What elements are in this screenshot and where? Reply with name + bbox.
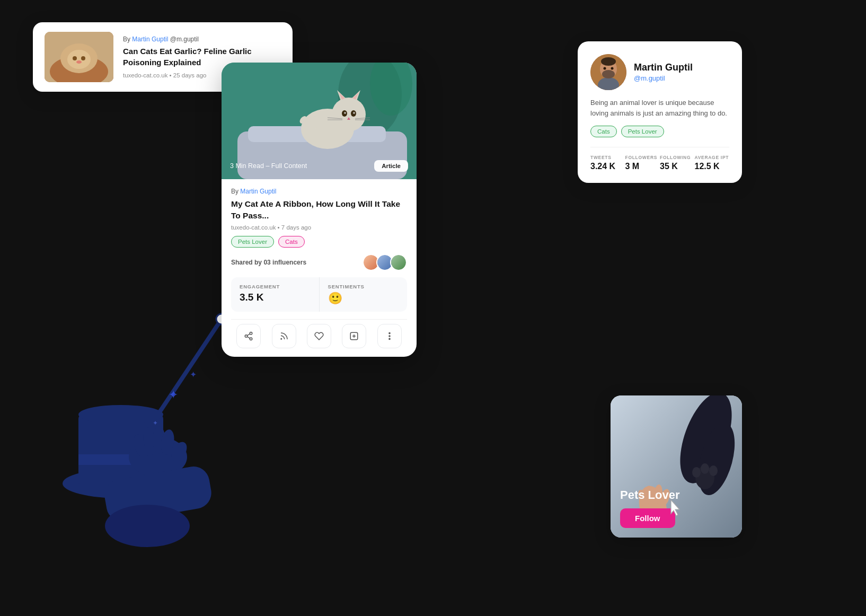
profile-card: Martin Guptil @m.guptil Being an animal …	[578, 41, 742, 183]
svg-point-22	[344, 112, 346, 114]
tag-cats[interactable]: Cats	[278, 236, 305, 248]
cursor-icon	[667, 499, 684, 522]
svg-point-36	[281, 339, 282, 340]
profile-avg-ipt: AVERAGE IPT 12.5 K	[695, 155, 730, 171]
svg-point-74	[131, 432, 152, 460]
followers-value: 3 M	[625, 162, 660, 171]
main-author-link[interactable]: Martin Guptil	[240, 188, 276, 195]
shared-text: Shared by 03 influencers	[231, 259, 306, 266]
profile-tag-pets[interactable]: Pets Lover	[621, 126, 664, 137]
avg-ipt-label: AVERAGE IPT	[695, 155, 730, 160]
svg-point-7	[81, 56, 85, 60]
svg-point-5	[67, 50, 91, 69]
svg-point-38	[388, 332, 391, 335]
svg-point-76	[153, 426, 165, 454]
svg-point-53	[692, 467, 701, 478]
svg-line-64	[116, 319, 222, 478]
influencer-avatars	[363, 254, 407, 271]
profile-tags: Cats Pets Lover	[590, 126, 729, 137]
article-card-main: 3 Min Read – Full Content Article By Mar…	[222, 63, 417, 357]
profile-tweets: TWEETS 3.24 K	[590, 155, 625, 171]
more-button[interactable]	[377, 324, 402, 348]
engagement-value: 3.5 K	[240, 292, 311, 303]
rss-button[interactable]	[272, 324, 296, 348]
svg-point-6	[73, 56, 77, 60]
svg-point-75	[142, 426, 159, 455]
tweets-label: TWEETS	[590, 155, 625, 160]
sentiments-stat: SENTIMENTS 🙂	[319, 277, 408, 312]
svg-point-54	[709, 465, 718, 476]
main-article-byline: By Martin Guptil	[231, 188, 407, 195]
svg-point-39	[388, 336, 391, 338]
main-article-meta: tuxedo-cat.co.uk • 7 days ago	[231, 224, 407, 231]
svg-point-78	[169, 439, 190, 464]
author-link[interactable]: Martin Guptil	[132, 36, 168, 43]
engagement-label: ENGAGEMENT	[240, 284, 311, 289]
profile-name-block: Martin Guptil @m.guptil	[634, 62, 693, 82]
avatar-3	[390, 254, 407, 271]
svg-point-80	[105, 505, 190, 547]
tweets-value: 3.24 K	[590, 162, 625, 171]
svg-point-47	[611, 67, 614, 70]
influencers-row: Shared by 03 influencers	[231, 254, 407, 271]
avg-ipt-value: 12.5 K	[695, 162, 730, 171]
save-button[interactable]	[342, 324, 366, 348]
profile-followers: FOLLOWERS 3 M	[625, 155, 660, 171]
sentiments-label: SENTIMENTS	[328, 284, 399, 289]
engagement-stat: ENGAGEMENT 3.5 K	[231, 277, 319, 312]
svg-line-35	[248, 334, 250, 336]
svg-line-34	[248, 337, 250, 339]
like-button[interactable]	[307, 324, 331, 348]
main-article-title: My Cat Ate A Ribbon, How Long Will It Ta…	[231, 198, 407, 221]
article-byline: By Martin Guptil @m.guptil	[123, 36, 281, 43]
article-actions	[231, 319, 407, 357]
svg-text:✦: ✦	[190, 370, 197, 379]
svg-point-46	[604, 67, 606, 70]
share-button[interactable]	[236, 324, 261, 348]
article-type-badge: Article	[374, 160, 408, 172]
svg-text:✦: ✦	[153, 419, 158, 427]
profile-tag-cats[interactable]: Cats	[590, 126, 617, 137]
article-tags: Pets Lover Cats	[231, 236, 407, 248]
svg-point-55	[701, 463, 709, 474]
svg-point-66	[63, 469, 179, 498]
profile-following: FOLLOWING 35 K	[660, 155, 695, 171]
profile-avatar	[590, 54, 626, 90]
svg-point-15	[332, 98, 366, 131]
profile-name: Martin Guptil	[634, 62, 693, 73]
sentiment-icon: 🙂	[328, 292, 399, 305]
article-hero: 3 Min Read – Full Content Article	[222, 63, 417, 179]
followers-label: FOLLOWERS	[625, 155, 660, 160]
svg-rect-79	[102, 464, 214, 524]
svg-rect-67	[78, 415, 163, 486]
following-label: FOLLOWING	[660, 155, 695, 160]
svg-point-8	[76, 60, 82, 64]
tag-pets-lover[interactable]: Pets Lover	[231, 236, 274, 248]
svg-point-23	[353, 112, 355, 114]
svg-point-40	[388, 338, 391, 340]
svg-point-77	[159, 428, 176, 455]
svg-point-45	[601, 57, 616, 66]
article-body: By Martin Guptil My Cat Ate A Ribbon, Ho…	[222, 179, 417, 357]
profile-handle: @m.guptil	[634, 74, 693, 82]
profile-header: Martin Guptil @m.guptil	[590, 54, 729, 90]
profile-bio: Being an animal lover is unique because …	[590, 98, 729, 118]
read-time-badge: 3 Min Read – Full Content	[230, 162, 307, 170]
svg-rect-69	[78, 454, 163, 465]
svg-point-73	[129, 437, 187, 477]
svg-point-44	[602, 70, 615, 78]
profile-stats: TWEETS 3.24 K FOLLOWERS 3 M FOLLOWING 35…	[590, 147, 729, 171]
following-value: 35 K	[660, 162, 695, 171]
article-thumbnail	[45, 32, 113, 82]
svg-point-68	[78, 405, 163, 424]
article-stats: ENGAGEMENT 3.5 K SENTIMENTS 🙂	[231, 277, 407, 312]
hero-overlay: 3 Min Read – Full Content Article	[230, 160, 408, 172]
svg-text:✦: ✦	[169, 388, 178, 401]
